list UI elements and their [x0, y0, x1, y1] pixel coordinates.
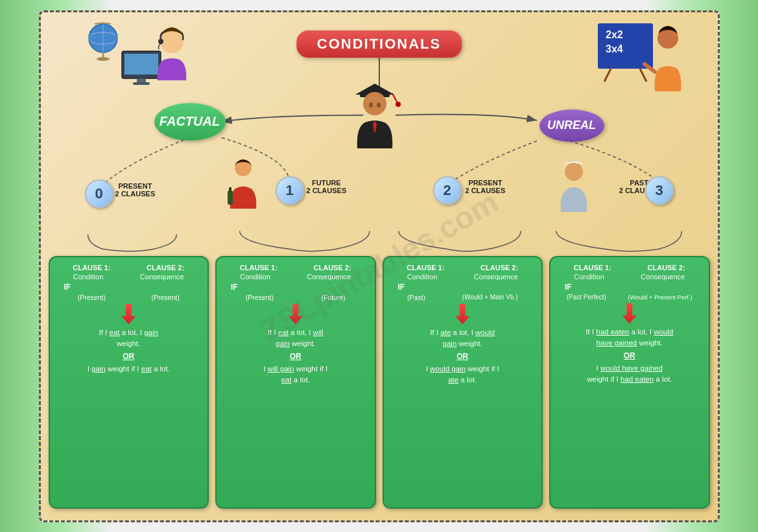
- card-2: CLAUSE 1: CLAUSE 2: Condition Consequenc…: [383, 256, 543, 509]
- card2-arrow: [455, 304, 469, 325]
- unreal-label: UNREAL: [539, 110, 604, 142]
- card1-clause1-label: CLAUSE 1:: [240, 264, 278, 272]
- card2-or: OR: [389, 352, 537, 361]
- card0-arrow: [121, 304, 136, 325]
- card1-tense2: (Future): [321, 294, 345, 301]
- svg-rect-10: [133, 82, 150, 85]
- badge-0: 0: [85, 179, 113, 208]
- badge-3: 3: [645, 176, 674, 205]
- card-1: CLAUSE 1: CLAUSE 2: Condition Consequenc…: [215, 256, 376, 509]
- card0-tense1: (Present): [78, 294, 106, 301]
- card3-or: OR: [556, 351, 704, 360]
- card0-clause2-label: CLAUSE 2:: [147, 264, 184, 272]
- card2-clause1-label: CLAUSE 1:: [407, 264, 444, 272]
- main-container: ZSLpintables.com CONDITIONALS: [39, 10, 720, 522]
- card2-condition: Condition: [407, 273, 437, 281]
- globe-icon: [85, 22, 121, 64]
- card2-consequence: Consequence: [474, 273, 518, 281]
- badge-2: 2: [433, 176, 462, 205]
- card1-example1: If I eat a lot, I willgain weight.: [222, 327, 370, 350]
- factual-label: FACTUAL: [154, 103, 226, 141]
- title-banner: CONDITIONALS: [296, 30, 462, 58]
- card3-condition: Condition: [574, 273, 604, 281]
- computer-person-icon: [119, 22, 190, 99]
- svg-point-6: [97, 57, 110, 61]
- card2-clause2-label: CLAUSE 2:: [480, 264, 518, 272]
- svg-point-12: [158, 39, 163, 44]
- card3-clause2-label: CLAUSE 2:: [648, 264, 685, 272]
- svg-rect-29: [229, 187, 231, 192]
- card0-example2: I gain weight if I eat a lot.: [55, 364, 203, 375]
- clause-header-1: FUTURE 2 CLAUSES: [307, 179, 347, 194]
- card2-tense1: (Past): [407, 294, 425, 301]
- card0-if: IF: [55, 283, 203, 292]
- card0-tense2: (Present): [152, 294, 180, 301]
- svg-rect-28: [228, 191, 233, 205]
- card1-arrow: [289, 304, 303, 325]
- card-3: CLAUSE 1: CLAUSE 2: Condition Consequenc…: [549, 256, 710, 509]
- card2-example2: I would gain weight if Iate a lot.: [389, 364, 537, 386]
- svg-text:2x2: 2x2: [606, 29, 623, 40]
- waiter-icon: [222, 158, 265, 213]
- card3-arrow: [622, 303, 637, 324]
- svg-point-25: [369, 102, 373, 108]
- card3-tense1: (Past Perfect): [567, 294, 606, 301]
- card1-condition: Condition: [240, 273, 270, 281]
- badge-1: 1: [276, 176, 304, 205]
- svg-point-11: [160, 30, 184, 53]
- card3-example2: I would have gainedweight if I had eaten…: [556, 363, 704, 386]
- card3-tense2: (Would + Present Perf.): [628, 294, 692, 301]
- card3-consequence: Consequence: [641, 273, 685, 281]
- graduate-icon: [346, 80, 404, 151]
- card2-tense2: (Would + Main Vb.): [462, 294, 518, 301]
- card0-example1: If I eat a lot, I gainweight.: [55, 327, 203, 350]
- card3-example1: If I had eaten a lot, I wouldhave gained…: [556, 327, 704, 349]
- teacher-icon: 2x2 3x4: [598, 20, 682, 100]
- card1-example2: I will gain weight if Ieat a lot.: [222, 364, 370, 386]
- svg-point-26: [377, 102, 381, 108]
- clause-header-2: PRESENT 2 CLAUSES: [466, 179, 506, 194]
- svg-point-22: [396, 102, 401, 107]
- cards-row: CLAUSE 1: CLAUSE 2: Condition Consequenc…: [49, 256, 710, 509]
- card1-if: IF: [222, 283, 370, 292]
- svg-line-21: [392, 93, 397, 103]
- svg-point-31: [565, 163, 583, 181]
- svg-text:3x4: 3x4: [606, 43, 623, 54]
- card1-tense1: (Present): [246, 294, 274, 301]
- card0-or: OR: [55, 352, 203, 361]
- svg-line-16: [604, 69, 611, 82]
- card0-consequence: Consequence: [140, 273, 184, 281]
- clause-header-0: PRESENT 2 CLAUSES: [115, 182, 156, 198]
- card2-if: IF: [389, 283, 537, 292]
- svg-rect-8: [124, 54, 158, 75]
- svg-line-17: [640, 69, 646, 82]
- svg-point-23: [363, 92, 386, 115]
- card2-example1: If I ate a lot, I wouldgain weight.: [389, 327, 537, 350]
- nurse-icon: [553, 155, 595, 216]
- card3-if: IF: [556, 283, 704, 292]
- card-0: CLAUSE 1: CLAUSE 2: Condition Consequenc…: [49, 256, 209, 509]
- card0-condition: Condition: [73, 273, 103, 281]
- card3-clause1-label: CLAUSE 1:: [574, 264, 611, 272]
- card1-clause2-label: CLAUSE 2:: [314, 264, 351, 272]
- card0-clause1-label: CLAUSE 1:: [73, 264, 110, 272]
- card1-or: OR: [222, 352, 370, 361]
- card1-consequence: Consequence: [307, 273, 351, 281]
